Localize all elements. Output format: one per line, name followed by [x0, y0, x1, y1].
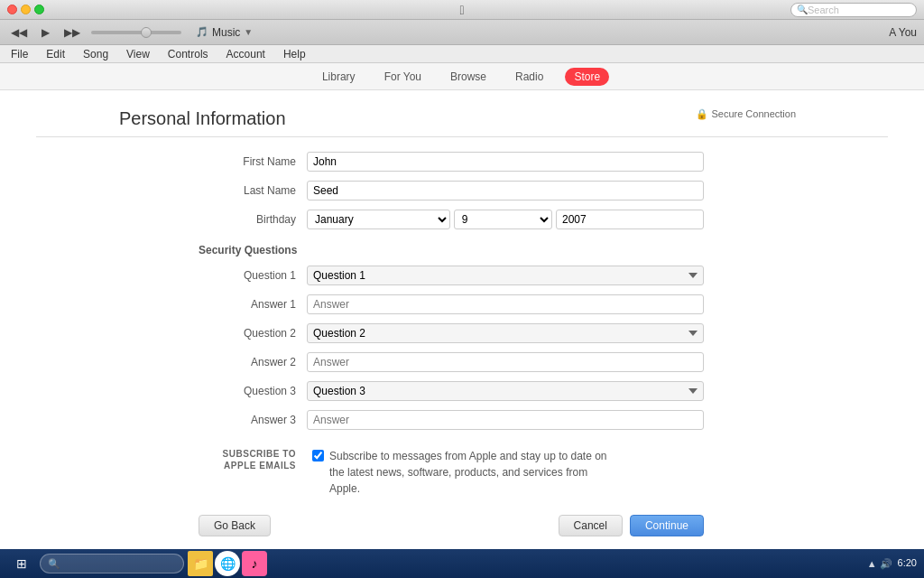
apple-logo: : [459, 3, 464, 17]
back-button[interactable]: ◀◀: [7, 24, 31, 41]
btn-group-right: Cancel Continue: [559, 515, 704, 536]
personal-info-section: First Name Last Name Birthday January Fe…: [199, 152, 704, 555]
music-section: 🎵 Music ▼: [196, 26, 253, 39]
account-label[interactable]: A You: [889, 26, 917, 39]
taskbar-right: ▲ 🔊 6:20: [867, 557, 920, 569]
menu-file[interactable]: File: [7, 47, 32, 61]
answer1-row: Answer 1: [199, 294, 704, 314]
birthday-label: Birthday: [199, 213, 307, 226]
page-title: Personal Information: [119, 108, 286, 129]
forward-button[interactable]: ▶▶: [60, 24, 84, 41]
birthday-month-select[interactable]: January FebruaryMarchApril MayJuneJuly A…: [307, 210, 450, 229]
answer2-row: Answer 2: [199, 352, 704, 372]
answer3-input[interactable]: [307, 410, 704, 430]
subscribe-checkbox[interactable]: [312, 450, 324, 461]
first-name-label: First Name: [199, 155, 307, 168]
tab-library[interactable]: Library: [315, 67, 363, 87]
chrome-icon[interactable]: 🌐: [215, 551, 240, 576]
nav-tabs: Library For You Browse Radio Store: [0, 63, 924, 90]
divider: [36, 136, 888, 137]
search-box[interactable]: 🔍 Search: [790, 3, 917, 17]
minimize-button[interactable]: [21, 5, 31, 14]
birthday-row: Birthday January FebruaryMarchApril MayJ…: [199, 210, 704, 229]
question2-select[interactable]: Question 2: [307, 323, 704, 343]
question1-row: Question 1 Question 1: [199, 266, 704, 285]
titlebar-right: 🔍 Search: [790, 3, 917, 17]
secure-label: Secure Connection: [711, 108, 796, 119]
question3-row: Question 3 Question 3: [199, 381, 704, 401]
music-label: Music: [212, 26, 240, 39]
menu-view[interactable]: View: [123, 47, 153, 61]
answer2-input[interactable]: [307, 352, 704, 372]
itunes-icon[interactable]: ♪: [242, 551, 267, 576]
taskbar-clock: 6:20: [898, 557, 917, 569]
maximize-button[interactable]: [34, 5, 44, 14]
lock-icon: 🔒: [696, 108, 708, 119]
menu-account[interactable]: Account: [223, 47, 269, 61]
clock-time: 6:20: [898, 557, 917, 569]
go-back-button[interactable]: Go Back: [199, 515, 271, 536]
main-content: Personal Information 🔒 Secure Connection…: [0, 90, 924, 573]
music-icon: 🎵: [196, 26, 208, 38]
menubar: File Edit Song View Controls Account Hel…: [0, 45, 924, 63]
answer1-input[interactable]: [307, 294, 704, 314]
subscribe-section: SUBSCRIBE TO APPLE EMAILS Subscribe to m…: [199, 448, 704, 497]
question2-row: Question 2 Question 2: [199, 323, 704, 343]
window-controls[interactable]: [7, 5, 44, 14]
answer1-label: Answer 1: [199, 298, 307, 311]
question1-label: Question 1: [199, 269, 307, 282]
menu-controls[interactable]: Controls: [164, 47, 212, 61]
play-button[interactable]: ▶: [38, 24, 53, 41]
menu-song[interactable]: Song: [79, 47, 112, 61]
taskbar-search[interactable]: 🔍: [40, 554, 184, 573]
taskbar: ⊞ 🔍 📁 🌐 ♪ ▲ 🔊 6:20: [0, 549, 924, 578]
answer3-label: Answer 3: [199, 414, 307, 426]
progress-thumb[interactable]: [141, 27, 152, 38]
transport-bar: ◀◀ ▶ ▶▶ 🎵 Music ▼ A You: [0, 20, 924, 45]
question3-label: Question 3: [199, 385, 307, 397]
question3-select[interactable]: Question 3: [307, 381, 704, 401]
menu-edit[interactable]: Edit: [42, 47, 69, 61]
subscribe-label: SUBSCRIBE TO APPLE EMAILS: [199, 448, 307, 471]
first-name-input[interactable]: [307, 152, 704, 172]
cancel-button[interactable]: Cancel: [559, 515, 623, 536]
last-name-input[interactable]: [307, 181, 704, 200]
title-bar:  🔍 Search: [0, 0, 924, 20]
close-button[interactable]: [7, 5, 17, 14]
birthday-year-input[interactable]: [556, 210, 704, 229]
music-dropdown-icon[interactable]: ▼: [244, 27, 253, 37]
security-questions-header: Security Questions: [199, 244, 704, 256]
file-explorer-icon[interactable]: 📁: [188, 551, 213, 576]
subscribe-text: Subscribe to messages from Apple and sta…: [329, 448, 609, 497]
tab-radio[interactable]: Radio: [508, 67, 550, 87]
answer3-row: Answer 3: [199, 410, 704, 430]
tab-browse[interactable]: Browse: [443, 67, 494, 87]
tab-for-you[interactable]: For You: [377, 67, 429, 87]
search-placeholder: Search: [808, 5, 839, 15]
menu-help[interactable]: Help: [280, 47, 310, 61]
tab-store[interactable]: Store: [565, 68, 609, 86]
subscribe-row: SUBSCRIBE TO APPLE EMAILS Subscribe to m…: [199, 448, 704, 497]
taskbar-apps: 📁 🌐 ♪: [188, 551, 267, 576]
progress-track[interactable]: [91, 31, 181, 34]
last-name-label: Last Name: [199, 184, 307, 197]
last-name-row: Last Name: [199, 181, 704, 200]
secure-connection: 🔒 Secure Connection: [696, 108, 805, 120]
birthday-fields: January FebruaryMarchApril MayJuneJuly A…: [307, 210, 704, 229]
system-tray: ▲ 🔊: [867, 558, 892, 570]
first-name-row: First Name: [199, 152, 704, 172]
question2-label: Question 2: [199, 327, 307, 340]
answer2-label: Answer 2: [199, 356, 307, 368]
question1-select[interactable]: Question 1: [307, 266, 704, 285]
birthday-day-select[interactable]: 9: [454, 210, 552, 229]
continue-button[interactable]: Continue: [630, 515, 704, 536]
start-button[interactable]: ⊞: [4, 551, 40, 576]
